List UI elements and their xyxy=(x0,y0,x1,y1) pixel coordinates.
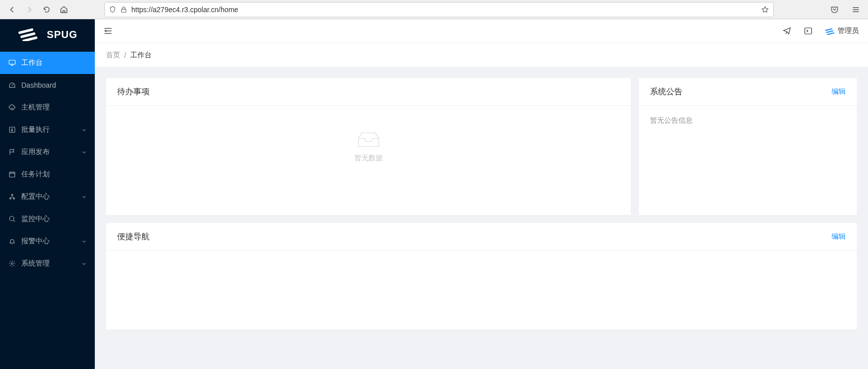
browser-url-bar[interactable]: https://a279ec4.r3.cpolar.cn/home xyxy=(104,2,774,17)
empty-state: 暂无数据 xyxy=(117,116,620,178)
sidebar-item-label: 工作台 xyxy=(21,58,87,67)
sidebar-item-6[interactable]: 配置中心 xyxy=(0,186,95,208)
sidebar-item-8[interactable]: 报警中心 xyxy=(0,230,95,252)
svg-rect-4 xyxy=(9,60,15,64)
flag-icon xyxy=(8,148,16,156)
user-label: 管理员 xyxy=(838,26,859,35)
setting-icon xyxy=(8,260,16,268)
card-todo: 待办事项 暂无数据 xyxy=(106,78,631,215)
sidebar-item-label: 主机管理 xyxy=(21,103,87,112)
card-announce-title: 系统公告 xyxy=(650,87,831,97)
browser-back-button[interactable] xyxy=(5,3,19,17)
sidebar-item-label: Dashboard xyxy=(21,81,87,89)
svg-rect-15 xyxy=(827,32,835,35)
svg-rect-14 xyxy=(826,30,834,33)
alert-icon xyxy=(8,237,16,245)
shield-icon xyxy=(109,6,116,13)
chevron-down-icon xyxy=(82,261,87,266)
sidebar-item-7[interactable]: 监控中心 xyxy=(0,208,95,230)
browser-reload-button[interactable] xyxy=(40,3,54,17)
sidebar-item-4[interactable]: 应用发布 xyxy=(0,141,95,163)
inbox-icon xyxy=(356,131,381,149)
card-announce-edit[interactable]: 编辑 xyxy=(831,87,846,96)
logo-icon xyxy=(17,28,42,41)
sidebar-item-3[interactable]: 批量执行 xyxy=(0,119,95,141)
svg-rect-6 xyxy=(10,172,15,177)
pocket-icon[interactable] xyxy=(827,3,842,17)
svg-point-10 xyxy=(10,216,14,221)
sidebar-item-label: 任务计划 xyxy=(21,170,87,179)
sidebar-item-label: 监控中心 xyxy=(21,214,87,224)
sidebar-item-9[interactable]: 系统管理 xyxy=(0,252,95,275)
chevron-down-icon xyxy=(82,150,87,155)
breadcrumb-current: 工作台 xyxy=(130,51,152,60)
sidebar-collapse-button[interactable] xyxy=(104,27,112,35)
star-icon[interactable] xyxy=(761,6,769,14)
notification-icon[interactable] xyxy=(782,26,792,36)
browser-home-button[interactable] xyxy=(57,3,71,17)
lock-icon xyxy=(120,6,127,13)
sidebar-item-label: 批量执行 xyxy=(21,125,82,134)
terminal-icon[interactable] xyxy=(803,26,813,36)
logo-text: SPUG xyxy=(47,29,78,41)
schedule-icon xyxy=(8,170,16,178)
browser-url-text: https://a279ec4.r3.cpolar.cn/home xyxy=(131,6,757,14)
app-logo[interactable]: SPUG xyxy=(0,19,95,50)
sidebar-item-label: 报警中心 xyxy=(21,237,82,246)
sidebar-menu: 工作台Dashboard主机管理批量执行应用发布任务计划配置中心监控中心报警中心… xyxy=(0,50,95,275)
card-todo-title: 待办事项 xyxy=(117,87,620,97)
sidebar-item-label: 应用发布 xyxy=(21,147,82,157)
card-quicknav: 便捷导航 编辑 xyxy=(106,223,857,329)
chevron-down-icon xyxy=(82,194,87,199)
sidebar-item-2[interactable]: 主机管理 xyxy=(0,96,95,119)
hamburger-icon[interactable] xyxy=(849,3,863,17)
browser-toolbar: https://a279ec4.r3.cpolar.cn/home xyxy=(0,0,868,19)
sidebar-item-1[interactable]: Dashboard xyxy=(0,74,95,96)
user-avatar-icon xyxy=(824,28,835,34)
chevron-down-icon xyxy=(82,127,87,132)
browser-forward-button[interactable] xyxy=(22,3,37,17)
user-menu[interactable]: 管理员 xyxy=(824,26,859,35)
sidebar: SPUG 工作台Dashboard主机管理批量执行应用发布任务计划配置中心监控中… xyxy=(0,19,95,369)
empty-text: 暂无数据 xyxy=(354,154,383,163)
sidebar-item-5[interactable]: 任务计划 xyxy=(0,163,95,186)
card-quicknav-edit[interactable]: 编辑 xyxy=(831,232,846,241)
svg-rect-0 xyxy=(122,9,126,12)
svg-point-11 xyxy=(11,263,13,265)
breadcrumb: 首页 / 工作台 xyxy=(95,43,868,67)
deployment-icon xyxy=(8,193,16,201)
sidebar-item-0[interactable]: 工作台 xyxy=(0,52,95,74)
chevron-down-icon xyxy=(82,239,87,244)
desktop-icon xyxy=(8,59,16,67)
svg-rect-13 xyxy=(825,28,833,31)
card-announce: 系统公告 编辑 暂无公告信息 xyxy=(639,78,857,215)
cloud-server-icon xyxy=(8,103,16,112)
sidebar-item-label: 系统管理 xyxy=(21,259,82,268)
svg-point-7 xyxy=(12,194,13,196)
sidebar-item-label: 配置中心 xyxy=(21,192,82,201)
thunderbolt-icon xyxy=(8,126,16,134)
card-quicknav-title: 便捷导航 xyxy=(117,232,831,242)
dashboard-icon xyxy=(8,81,16,89)
monitor-icon xyxy=(8,215,16,223)
breadcrumb-home[interactable]: 首页 xyxy=(106,51,120,60)
topbar: 管理员 xyxy=(95,19,868,43)
announce-empty-text: 暂无公告信息 xyxy=(650,116,693,124)
breadcrumb-separator: / xyxy=(124,51,126,59)
